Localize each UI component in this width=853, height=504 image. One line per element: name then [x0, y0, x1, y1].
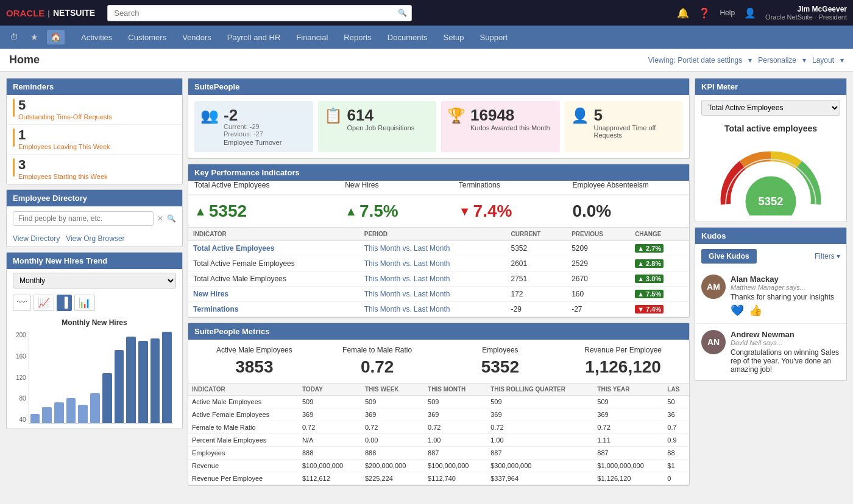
kpi-row-previous: 2529	[567, 256, 630, 271]
nav-item-documents[interactable]: Documents	[380, 28, 435, 47]
sp-card-turnover[interactable]: 👥 -2 Current: -29 Previous: -27 Employee…	[194, 101, 313, 152]
chart-bar-4	[78, 405, 88, 423]
kpi-table-row: New Hires This Month vs. Last Month 172 …	[188, 287, 689, 302]
suite-metrics-panel: SuitePeople Metrics Active Male Employee…	[188, 323, 690, 486]
nav-history-icon[interactable]: ⏱	[6, 30, 22, 44]
metrics-th-quarter: THIS ROLLING QUARTER	[487, 383, 593, 396]
kudos-item-1: AM Alan Mackay Matthew Manager says... T…	[695, 268, 846, 324]
emp-dir-clear-icon[interactable]: ✕	[157, 214, 163, 223]
reminder-item-1: 5 Outstanding Time-Off Requests	[7, 95, 182, 125]
nav-item-customers[interactable]: Customers	[121, 28, 174, 47]
reminder-text-2[interactable]: Employees Leaving This Week	[18, 143, 110, 150]
kpi-hires-val: 7.5%	[359, 201, 398, 221]
kpi-meter-header: KPI Meter	[695, 79, 846, 95]
kudos-heart-1[interactable]: 💙	[731, 304, 744, 317]
layout-link[interactable]: Layout	[812, 56, 834, 65]
metrics-row-today: $100,000,000	[299, 460, 361, 472]
user-name: Jim McGeever	[765, 5, 847, 13]
kudos-avatar-2: AN	[701, 330, 726, 354]
sp-card-kudos[interactable]: 🏆 16948 Kudos Awarded this Month	[441, 101, 560, 152]
metrics-label-male: Active Male Employees	[194, 346, 314, 354]
metrics-val-male: 3853	[194, 357, 314, 377]
kudos-name-1[interactable]: Alan Mackay	[731, 275, 840, 284]
reminders-panel: Reminders 5 Outstanding Time-Off Request…	[6, 78, 183, 184]
chart-bar-icon[interactable]: ▐	[57, 295, 72, 311]
nav-item-financial[interactable]: Financial	[289, 28, 335, 47]
emp-dir-search-icon[interactable]: 🔍	[167, 214, 176, 223]
metrics-row-indicator: Percent Male Employees	[188, 434, 299, 447]
metrics-row-week: 509	[361, 396, 424, 408]
period-select[interactable]: Monthly	[13, 273, 176, 289]
user-icon[interactable]: 👤	[744, 7, 756, 19]
search-input[interactable]	[107, 5, 412, 21]
personalize-link[interactable]: Personalize	[758, 56, 796, 65]
nav-item-support[interactable]: Support	[473, 28, 515, 47]
viewing-portlet-link[interactable]: Viewing: Portlet date settings	[648, 56, 743, 65]
metrics-val-employees: 5352	[441, 357, 561, 377]
view-org-link[interactable]: View Org Browser	[66, 234, 124, 243]
nav-item-payroll[interactable]: Payroll and HR	[220, 28, 288, 47]
chart-type-icons: 〰 📈 ▐ 📊	[7, 292, 182, 313]
kpi-row-current: 172	[506, 287, 567, 302]
metrics-row-week: 0.00	[361, 434, 424, 447]
chart-bar-10	[150, 338, 160, 423]
center-column: SuitePeople 👥 -2 Current: -29 Previous: …	[188, 78, 690, 486]
kpi-row-change: ▼ 7.4%	[630, 302, 689, 317]
bar-chart	[29, 332, 173, 423]
kpi-meter-select[interactable]: Total Active Employees	[701, 100, 840, 116]
chart-line-icon[interactable]: 〰	[13, 295, 31, 311]
filters-button[interactable]: Filters ▾	[815, 252, 840, 261]
kpi-row-period: This Month vs. Last Month	[359, 256, 506, 271]
nav-item-vendors[interactable]: Vendors	[175, 28, 219, 47]
view-directory-link[interactable]: View Directory	[13, 234, 60, 243]
sp-jobs-label: Open Job Requisitions	[347, 124, 415, 131]
metrics-row-last: 0.9	[664, 434, 689, 447]
kpi-hires-arrow: ▲	[345, 205, 357, 219]
metrics-row-month: 369	[424, 408, 487, 421]
suite-people-header: SuitePeople	[188, 79, 689, 95]
reminders-header: Reminders	[7, 79, 182, 95]
metrics-row-month: 887	[424, 447, 487, 460]
kpi-row-indicator[interactable]: Terminations	[188, 302, 359, 317]
kpi-col-4: Employee Absenteeism	[572, 181, 683, 189]
metrics-row-year: 1.11	[593, 434, 664, 447]
metrics-row-last: 50	[664, 396, 689, 408]
kpi-employees-arrow: ▲	[194, 205, 207, 219]
metrics-big-male: Active Male Employees 3853	[194, 346, 314, 377]
emp-dir-search-input[interactable]	[13, 211, 154, 226]
svg-text:5352: 5352	[758, 195, 783, 208]
bell-icon[interactable]: 🔔	[677, 7, 689, 19]
kpi-th-indicator: INDICATOR	[188, 228, 359, 241]
kpi-employees-val: 5352	[209, 201, 247, 221]
kudos-name-2[interactable]: Andrew Newman	[731, 330, 840, 339]
kpi-absenteeism-val: 0.0%	[572, 201, 611, 221]
metrics-row-quarter: 369	[487, 408, 593, 421]
reminder-text-1[interactable]: Outstanding Time-Off Requests	[18, 113, 112, 121]
metrics-row-last: 36	[664, 408, 689, 421]
nav-item-reports[interactable]: Reports	[336, 28, 379, 47]
kpi-row-indicator: Total Active Male Employees	[188, 271, 359, 287]
give-kudos-button[interactable]: Give Kudos	[701, 249, 757, 264]
reminder-text-3[interactable]: Employees Starting this Week	[18, 173, 108, 180]
kpi-row-indicator[interactable]: New Hires	[188, 287, 359, 302]
kudos-toolbar: Give Kudos Filters ▾	[695, 244, 846, 268]
reminder-number-1: 5	[18, 99, 112, 112]
kudos-thumb-1[interactable]: 👍	[749, 304, 762, 317]
sp-card-jobs[interactable]: 📋 614 Open Job Requisitions	[318, 101, 437, 152]
nav-item-activities[interactable]: Activities	[74, 28, 119, 47]
kpi-row-indicator[interactable]: Total Active Employees	[188, 241, 359, 256]
nav-item-setup[interactable]: Setup	[436, 28, 472, 47]
kpi-meter-panel: KPI Meter Total Active Employees Total a…	[695, 78, 847, 222]
metrics-th-today: TODAY	[299, 383, 361, 396]
suite-metrics-header: SuitePeople Metrics	[188, 323, 689, 340]
nav-home-icon[interactable]: 🏠	[47, 30, 65, 44]
chart-area-icon[interactable]: 📈	[34, 295, 54, 311]
chart-combo-icon[interactable]: 📊	[74, 295, 95, 311]
page-controls: Viewing: Portlet date settings ▾ Persona…	[648, 56, 844, 65]
change-badge: ▲ 2.8%	[635, 259, 664, 268]
nav-star-icon[interactable]: ★	[27, 30, 42, 44]
metrics-row-quarter: 887	[487, 447, 593, 460]
sp-card-timeoff[interactable]: 👤 5 Unapproved Time off Requests	[565, 101, 684, 152]
help-icon[interactable]: ❓	[698, 7, 710, 19]
metrics-row-today: 369	[299, 408, 361, 421]
